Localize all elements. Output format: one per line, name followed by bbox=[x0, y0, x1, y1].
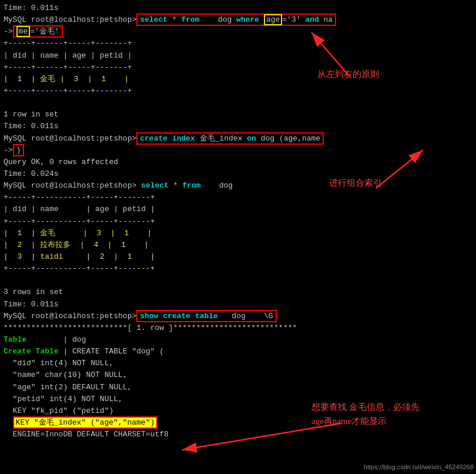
create-table-create: Create Table | CREATE TABLE "dog" ( bbox=[4, 346, 472, 358]
query-ok: Query OK, 0 rows affected bbox=[4, 156, 472, 168]
create-table-table: Table | dog bbox=[4, 334, 472, 346]
prompt-line-3: MySQL root@localhost:petshop> select * f… bbox=[4, 180, 472, 192]
prompt-line-2: MySQL root@localhost:petshop>create inde… bbox=[4, 133, 472, 145]
table-row-1: | 1 | 金毛 | 3 | 1 | bbox=[4, 74, 472, 85]
table-sep-1a: +-----+------+-----+-------+ bbox=[4, 38, 472, 49]
rows-in-set-2: 3 rows in set bbox=[4, 286, 472, 298]
blank-2 bbox=[4, 275, 472, 286]
col-did: "did" int(4) NOT NULL, bbox=[4, 358, 472, 369]
stars-line: ***************************[ 1. row ]***… bbox=[4, 322, 472, 334]
table-header-1: | did | name | age | petid | bbox=[4, 50, 472, 62]
table-sep-2c: +-----+-----------+-----+-------+ bbox=[4, 263, 472, 275]
rows-in-set-1: 1 row in set bbox=[4, 109, 472, 121]
time-2: Time: 0.024s bbox=[4, 168, 472, 180]
time-3: Time: 0.011s bbox=[4, 299, 472, 311]
query-line-2-cont: ->) bbox=[4, 145, 472, 156]
terminal-window: Time: 0.011s MySQL root@localhost:petsho… bbox=[0, 0, 476, 474]
engine-line: ENGINE=InnoDB DEFAULT CHARSET=utf8 bbox=[4, 429, 472, 440]
prompt-line-4: MySQL root@localhost:petshop>show create… bbox=[4, 311, 472, 322]
table-row-2b: | 2 | 拉布拉多 | 4 | 1 | bbox=[4, 239, 472, 251]
watermark: https://blog.csdn.net/weixin_46249268 bbox=[364, 462, 474, 472]
time-1: Time: 0.011s bbox=[4, 121, 472, 132]
table-row-2a: | 1 | 金毛 | 3 | 1 | bbox=[4, 228, 472, 239]
annotation-composite-index: 进行组合索引 bbox=[329, 176, 382, 190]
table-sep-2a: +-----+-----------+-----+-------+ bbox=[4, 192, 472, 203]
time-line-0: Time: 0.011s bbox=[4, 2, 472, 14]
annotation-must-age-first: 想要查找 金毛信息，必须先age再name才能显示 bbox=[311, 400, 420, 428]
table-row-2c: | 3 | taidi | 2 | 1 | bbox=[4, 251, 472, 263]
blank-1 bbox=[4, 97, 472, 109]
col-age: "age" int(2) DEFAULT NULL, bbox=[4, 382, 472, 393]
prompt-line-1: MySQL root@localhost:petshop>select * fr… bbox=[4, 14, 472, 26]
table-sep-2b: +-----+-----------+-----+-------+ bbox=[4, 216, 472, 228]
table-sep-1b: +-----+------+-----+-------+ bbox=[4, 62, 472, 74]
annotation-left-to-right: 从左到右的原则 bbox=[317, 68, 379, 81]
table-header-2: | did | name | age | petid | bbox=[4, 203, 472, 215]
table-sep-1c: +-----+------+-----+-------+ bbox=[4, 85, 472, 97]
col-name: "name" char(10) NOT NULL, bbox=[4, 369, 472, 381]
query-line-1-cont: ->me='金毛' bbox=[4, 26, 472, 38]
